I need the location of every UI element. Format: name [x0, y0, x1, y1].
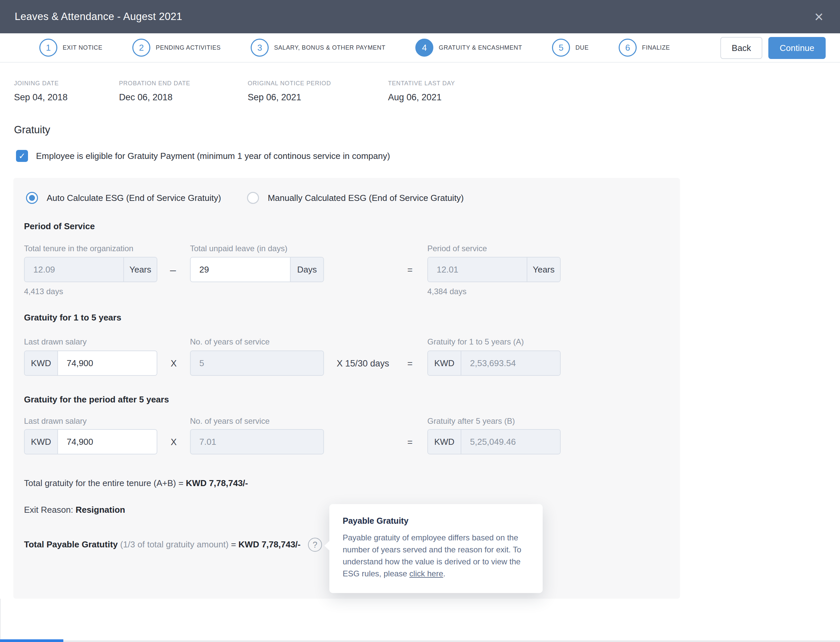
page-bottom-divider [0, 640, 840, 642]
service-period-label: Period of service [427, 244, 487, 253]
step-gratuity-encashment[interactable]: 4 GRATUITY & ENCASHMENT [415, 39, 522, 57]
unpaid-leave-input[interactable]: 29 [191, 258, 290, 282]
summary-joining-date: JOINING DATE Sep 04, 2018 [14, 80, 68, 103]
step-due[interactable]: 5 DUE [552, 39, 589, 57]
years-control-2: 7.01 [190, 429, 324, 454]
service-period-control: 12.01 Years [427, 257, 561, 282]
service-period-unit: Years [526, 258, 560, 282]
tenure-unit: Years [123, 258, 157, 282]
salary-control-2: KWD 74,900 [24, 429, 158, 454]
step-exit-notice[interactable]: 1 EXIT NOTICE [39, 39, 102, 57]
minus-operator: – [170, 264, 176, 276]
eligibility-checkbox[interactable]: ✓ [16, 150, 28, 162]
summary-value: Sep 04, 2018 [14, 92, 68, 103]
years-input-2: 7.01 [191, 430, 323, 454]
summary-value: Dec 06, 2018 [119, 92, 190, 103]
total-tenure-value: KWD 7,78,743/- [186, 478, 248, 488]
salary-label-2: Last drawn salary [24, 417, 87, 426]
currency-prefix: KWD [428, 351, 461, 375]
total-tenure-label: Total gratuity for the entire tenure (A+… [24, 478, 186, 488]
step-number: 6 [619, 39, 637, 57]
result-control-2: KWD 5,25,049.46 [427, 429, 561, 454]
summary-last-day: TENTATIVE LAST DAY Aug 06, 2021 [388, 80, 455, 103]
service-days-note: 4,384 days [427, 287, 466, 296]
tooltip-text-end: . [443, 569, 445, 578]
step-label: PENDING ACTIVITIES [156, 44, 221, 51]
salary-input-1[interactable]: 74,900 [58, 351, 157, 375]
step-pending-activities[interactable]: 2 PENDING ACTIVITIES [132, 39, 221, 57]
summary-label: TENTATIVE LAST DAY [388, 80, 455, 87]
page-left-edge [0, 599, 1, 642]
modal-title: Leaves & Attendance - Augest 2021 [15, 11, 182, 23]
payable-sub-label: (1/3 of total gratuity amount) [118, 539, 231, 550]
exit-reason-line: Exit Reason: Resignation [24, 505, 125, 515]
currency-prefix: KWD [25, 351, 58, 375]
step-number: 3 [251, 39, 269, 57]
unpaid-leave-label: Total unpaid leave (in days) [190, 244, 288, 253]
step-salary-bonus[interactable]: 3 SALARY, BONUS & OTHER PAYMENT [251, 39, 385, 57]
currency-prefix: KWD [428, 430, 461, 454]
radio-on-icon [26, 192, 38, 204]
question-glyph: ? [313, 540, 317, 550]
gratuity-1-5-heading: Gratuity for 1 to 5 years [24, 313, 121, 323]
currency-prefix: KWD [25, 430, 58, 454]
period-of-service-heading: Period of Service [24, 221, 95, 232]
auto-calculate-radio[interactable]: Auto Calculate ESG (End of Service Gratu… [26, 192, 221, 204]
radio-label: Manually Calculated ESG (End of Service … [268, 193, 464, 203]
times-operator-2: X [171, 437, 177, 447]
back-button[interactable]: Back [720, 37, 762, 59]
manual-calculate-radio[interactable]: Manually Calculated ESG (End of Service … [247, 192, 464, 204]
step-number: 5 [552, 39, 570, 57]
salary-input-2[interactable]: 74,900 [58, 430, 157, 454]
payable-gratuity-tooltip: Payable Gratuity Payable gratuity of emp… [329, 504, 543, 593]
summary-notice-period: ORIGINAL NOTICE PERIOD Sep 06, 2021 [248, 80, 331, 103]
equals-operator: = [407, 265, 413, 276]
eligibility-row: ✓ Employee is eligible for Gratuity Paym… [16, 150, 390, 162]
step-number: 4 [415, 39, 433, 57]
step-label: GRATUITY & ENCASHMENT [439, 44, 522, 51]
click-here-link[interactable]: click here [409, 569, 443, 578]
tenure-control: 12.09 Years [24, 257, 158, 282]
payable-gratuity-line: Total Payable Gratutity (1/3 of total gr… [24, 539, 301, 550]
step-label: FINALIZE [642, 44, 670, 51]
step-finalize[interactable]: 6 FINALIZE [619, 39, 670, 57]
tenure-input: 12.09 [25, 258, 123, 282]
years-input-1: 5 [191, 351, 323, 375]
gratuity-heading: Gratuity [14, 124, 50, 136]
step-label: DUE [575, 44, 589, 51]
result-value-1: 2,53,693.54 [461, 351, 560, 375]
tenure-label: Total tenure in the organization [24, 244, 133, 253]
times-operator-1: X [171, 358, 177, 369]
result-label-1: Gratuity for 1 to 5 years (A) [427, 337, 524, 347]
step-label: SALARY, BONUS & OTHER PAYMENT [274, 44, 385, 51]
factor-text: X 15/30 days [337, 358, 389, 369]
result-value-2: 5,25,049.46 [461, 430, 560, 454]
exit-reason-value: Resignation [76, 505, 125, 515]
bottom-progress-bar [0, 639, 63, 642]
tooltip-title: Payable Gratuity [343, 516, 529, 526]
step-number: 2 [132, 39, 150, 57]
summary-label: PROBATION END DATE [119, 80, 190, 87]
modal-header: Leaves & Attendance - Augest 2021 × [0, 0, 840, 33]
total-tenure-line: Total gratuity for the entire tenure (A+… [24, 478, 248, 488]
radio-off-icon [247, 192, 259, 204]
unpaid-leave-control: 29 Days [190, 257, 324, 282]
summary-value: Aug 06, 2021 [388, 92, 455, 103]
exit-reason-label: Exit Reason: [24, 505, 76, 515]
unpaid-leave-unit: Days [290, 258, 323, 282]
payable-equals: = [231, 539, 238, 550]
result-control-1: KWD 2,53,693.54 [427, 350, 561, 376]
summary-label: JOINING DATE [14, 80, 68, 87]
result-label-2: Gratuity after 5 years (B) [427, 417, 515, 426]
help-icon[interactable]: ? [308, 538, 322, 552]
salary-control-1: KWD 74,900 [24, 350, 158, 376]
equals-operator-1: = [407, 359, 413, 369]
years-label-1: No. of years of service [190, 337, 270, 347]
summary-value: Sep 06, 2021 [248, 92, 331, 103]
wizard-stepper: 1 EXIT NOTICE 2 PENDING ACTIVITIES 3 SAL… [0, 33, 840, 63]
tenure-days-note: 4,413 days [24, 287, 63, 296]
continue-button[interactable]: Continue [769, 37, 826, 59]
years-label-2: No. of years of service [190, 417, 270, 426]
service-period-input: 12.01 [428, 258, 526, 282]
close-icon[interactable]: × [814, 9, 823, 24]
